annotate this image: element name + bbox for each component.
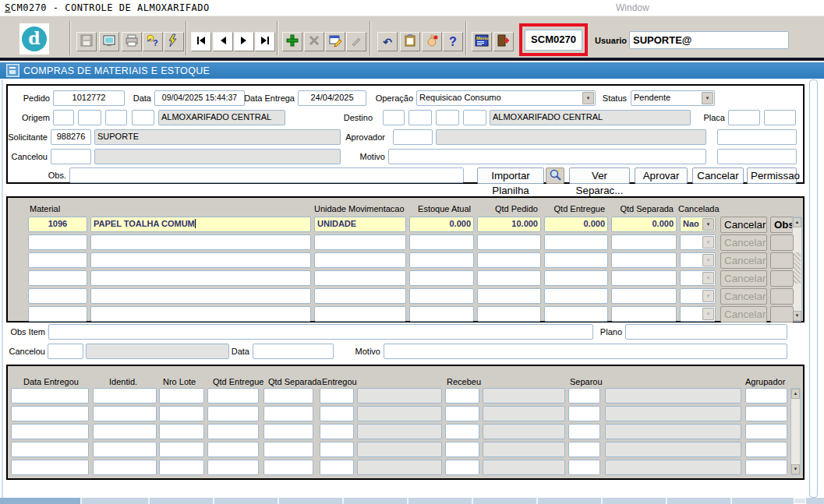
- qtd-entregue-field[interactable]: [544, 252, 608, 268]
- data-entregou-field[interactable]: [11, 442, 89, 457]
- obs-field[interactable]: [69, 167, 464, 183]
- importar-lookup-button[interactable]: [546, 167, 564, 184]
- obs-item-field[interactable]: [48, 324, 593, 340]
- data-entregou-field[interactable]: [11, 406, 89, 421]
- material-desc-field[interactable]: [90, 252, 311, 268]
- aprovar-button[interactable]: Aprovar: [635, 167, 688, 184]
- plano-field[interactable]: [625, 324, 787, 340]
- material-desc-field[interactable]: [90, 270, 311, 286]
- solicitante-code-field[interactable]: 988276: [51, 129, 91, 145]
- material-code-field[interactable]: [28, 252, 87, 268]
- separou-code-field[interactable]: [568, 460, 600, 475]
- material-desc-field[interactable]: [90, 306, 311, 322]
- insert-record-button[interactable]: [282, 32, 302, 51]
- separou-code-field[interactable]: [568, 424, 600, 439]
- form-code-field[interactable]: SCM0270: [525, 30, 582, 51]
- next-record-button[interactable]: [234, 32, 254, 51]
- estoque-atual-field[interactable]: 0.000: [409, 217, 474, 232]
- material-code-field[interactable]: 1096: [28, 217, 87, 232]
- menu-button[interactable]: Menu: [472, 32, 492, 51]
- status-select[interactable]: Pendente▼: [631, 90, 715, 106]
- obs-item-button[interactable]: Obs: [770, 217, 794, 233]
- recebeu-code-field[interactable]: [445, 424, 479, 439]
- qtd-pedido-field[interactable]: [477, 306, 541, 322]
- scroll-up-icon[interactable]: ▲: [793, 217, 801, 227]
- agrupador-field[interactable]: [745, 406, 787, 421]
- origem-field-3[interactable]: [105, 110, 127, 125]
- estoque-atual-field[interactable]: [409, 288, 474, 304]
- motivo-extra-field[interactable]: [717, 149, 797, 164]
- pedido-field[interactable]: 1012772: [53, 90, 125, 106]
- item-motivo-field[interactable]: [384, 344, 787, 359]
- delete-record-button[interactable]: [304, 32, 324, 51]
- qtd-entregue-field[interactable]: [544, 270, 608, 286]
- material-code-field[interactable]: [28, 288, 87, 304]
- material-desc-field[interactable]: [90, 234, 311, 250]
- qtd-entregue-field[interactable]: [544, 288, 608, 304]
- data-entregou-field[interactable]: [11, 460, 89, 475]
- scrollbar-thumb[interactable]: [0, 498, 80, 504]
- print-button[interactable]: [122, 32, 142, 51]
- qtd-separada-field[interactable]: [611, 288, 677, 304]
- help-button[interactable]: ?: [443, 32, 463, 51]
- nro-lote-field[interactable]: [159, 388, 204, 404]
- cancelada-select[interactable]: ▼: [680, 270, 716, 286]
- nro-lote-field[interactable]: [159, 424, 204, 439]
- exit-button[interactable]: [493, 32, 514, 51]
- qtd-entregue-field[interactable]: [207, 406, 259, 421]
- last-record-button[interactable]: [255, 32, 275, 51]
- entregou-code-field[interactable]: [320, 406, 354, 421]
- cancelar-item-button[interactable]: Cancelar: [720, 217, 767, 233]
- nro-lote-field[interactable]: [159, 460, 204, 475]
- edit-button[interactable]: [325, 32, 345, 51]
- recebeu-code-field[interactable]: [445, 388, 479, 404]
- qtd-entregue-field[interactable]: 0.000: [544, 217, 608, 232]
- item-data-field[interactable]: [253, 344, 334, 359]
- chevron-down-icon[interactable]: ▼: [702, 218, 714, 231]
- cancelou-field[interactable]: [51, 149, 91, 164]
- qtd-entregue-field[interactable]: [207, 388, 259, 404]
- entregou-code-field[interactable]: [320, 388, 354, 404]
- material-desc-field[interactable]: PAPEL TOALHA COMUM: [90, 217, 311, 232]
- origem-field-2[interactable]: [78, 110, 101, 125]
- separou-code-field[interactable]: [568, 406, 600, 421]
- unidade-field[interactable]: [314, 252, 406, 268]
- qtd-separada-field[interactable]: [611, 252, 677, 268]
- material-code-field[interactable]: [28, 234, 87, 250]
- identid-field[interactable]: [93, 388, 157, 404]
- estoque-atual-field[interactable]: [409, 234, 474, 250]
- material-desc-field[interactable]: [90, 288, 311, 304]
- unidade-field[interactable]: [314, 288, 406, 304]
- qtd-separada-field[interactable]: [263, 460, 313, 475]
- agrupador-field[interactable]: [745, 460, 787, 475]
- data-field[interactable]: 09/04/2025 15:44:37: [154, 90, 245, 106]
- nro-lote-field[interactable]: [159, 406, 204, 421]
- qtd-separada-field[interactable]: [263, 442, 313, 457]
- qtd-entregue-field[interactable]: [207, 442, 259, 457]
- destino-field-2[interactable]: [408, 110, 432, 125]
- scroll-end-button[interactable]: [794, 498, 806, 504]
- item-cancelou-field[interactable]: [48, 344, 83, 359]
- qtd-entregue-field[interactable]: [207, 460, 259, 475]
- agrupador-field[interactable]: [745, 388, 787, 404]
- identid-field[interactable]: [93, 442, 157, 457]
- origem-field-1[interactable]: [53, 110, 74, 125]
- chevron-down-icon[interactable]: ▼: [702, 92, 713, 104]
- cancelada-select[interactable]: ▼: [680, 234, 716, 250]
- destino-field-1[interactable]: [383, 110, 405, 125]
- data-entrega-field[interactable]: 24/04/2025: [298, 90, 366, 106]
- estoque-atual-field[interactable]: [409, 252, 474, 268]
- motivo-field[interactable]: [388, 149, 706, 164]
- recebeu-code-field[interactable]: [445, 442, 479, 457]
- bottom-scroll-strip[interactable]: [0, 498, 824, 504]
- save-button[interactable]: [76, 32, 97, 51]
- qtd-separada-field[interactable]: 0.000: [611, 217, 677, 232]
- qtd-entregue-field[interactable]: [207, 424, 259, 439]
- paste-button[interactable]: [400, 32, 420, 51]
- qtd-pedido-field[interactable]: [477, 234, 541, 250]
- identid-field[interactable]: [93, 424, 157, 439]
- recebeu-code-field[interactable]: [445, 460, 479, 475]
- list-values-button[interactable]: [346, 32, 366, 51]
- aprovador-extra-field[interactable]: [717, 129, 797, 145]
- qtd-separada-field[interactable]: [263, 406, 313, 421]
